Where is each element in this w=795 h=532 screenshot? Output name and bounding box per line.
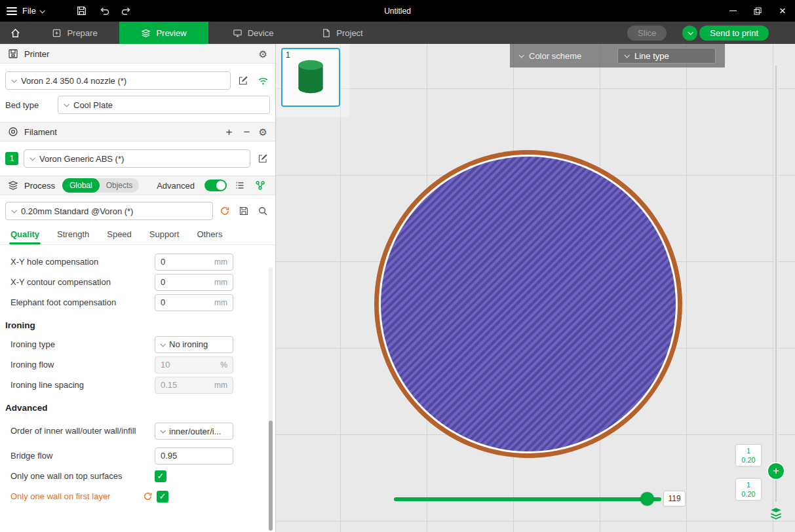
add-filament-button[interactable]: + [223, 126, 235, 138]
restore-button[interactable] [745, 0, 770, 22]
process-tab-quality[interactable]: Quality [10, 229, 39, 244]
search-settings-icon[interactable] [256, 204, 270, 218]
redo-button[interactable] [119, 3, 134, 19]
tab-project[interactable]: Project [298, 22, 387, 44]
layer-slider-track[interactable] [775, 65, 777, 503]
settings-sidebar: Printer ⚙ Voron 2.4 350 0.4 nozzle (*) [0, 44, 276, 532]
setting-label: X-Y hole compensation [10, 257, 155, 267]
value-field[interactable] [161, 277, 210, 287]
process-preset-select[interactable]: 0.20mm Standard @Voron (*) [5, 202, 213, 220]
filament-spool-icon [8, 126, 18, 137]
minimize-button[interactable] [720, 0, 745, 22]
process-tab-others[interactable]: Others [197, 229, 222, 244]
edit-filament-preset-button[interactable] [256, 151, 270, 166]
line-type-value: Line type [634, 51, 669, 61]
home-button[interactable] [0, 22, 30, 44]
sidebar-scrollbar-thumb[interactable] [269, 421, 273, 531]
filament-section-header: Filament + − ⚙ [0, 122, 275, 142]
preview-3d-viewport[interactable]: 1 Color scheme Line type [276, 44, 795, 532]
only-one-wall-top-checkbox[interactable]: ✓ [155, 470, 166, 482]
setting-label: Order of inner wall/outer wall/infill [10, 426, 155, 436]
reset-preset-icon[interactable] [218, 204, 232, 218]
add-custom-gcode-button[interactable]: + [768, 463, 784, 479]
check-icon: ✓ [159, 491, 166, 501]
ironing-type-select[interactable]: No ironing [155, 336, 233, 353]
process-tab-strength[interactable]: Strength [57, 229, 89, 244]
send-to-print-button[interactable]: Send to print [699, 26, 769, 41]
layer-view-mode-button[interactable] [768, 505, 784, 521]
setting-row: Ironing line spacing mm [0, 375, 275, 395]
filament-slot-badge[interactable]: 1 [5, 152, 18, 165]
save-preset-icon[interactable] [237, 204, 251, 218]
file-menu-label: File [22, 6, 36, 16]
edit-printer-preset-button[interactable] [236, 73, 250, 88]
filament-preset-select[interactable]: Voron Generic ABS (*) [24, 149, 250, 168]
setting-row: Bridge flow [0, 446, 275, 466]
tab-device[interactable]: Device [208, 22, 298, 44]
close-button[interactable]: × [770, 0, 795, 22]
elephant-foot-compensation-input[interactable]: mm [155, 294, 233, 311]
reset-to-default-icon[interactable] [142, 491, 153, 503]
sliced-model-top-view[interactable] [374, 150, 682, 458]
tab-project-label: Project [336, 28, 362, 38]
bed-type-value: Cool Plate [73, 100, 113, 110]
slicer-app-window: File Untitled × [0, 0, 795, 532]
wall-order-select[interactable]: inner/outer/i... [155, 423, 233, 440]
scope-objects-option[interactable]: Objects [100, 181, 140, 190]
check-icon: ✓ [157, 471, 165, 481]
value-field[interactable] [161, 257, 210, 267]
xy-hole-compensation-input[interactable]: mm [155, 254, 233, 271]
plus-icon: + [773, 465, 779, 478]
chevron-down-icon [11, 208, 16, 213]
undo-button[interactable] [96, 3, 112, 19]
line-type-dropdown[interactable]: Line type [617, 48, 716, 64]
wall-order-value: inner/outer/i... [169, 427, 222, 436]
chevron-down-icon [11, 77, 16, 83]
setting-label: X-Y contour compensation [10, 277, 155, 287]
tab-prepare[interactable]: Prepare [30, 22, 119, 44]
top-layer-height: 0.20 [736, 455, 761, 465]
layer-slider-bottom-badge[interactable]: 1 0.20 [736, 479, 761, 500]
filament-settings-gear-icon[interactable]: ⚙ [259, 127, 267, 137]
parameter-graph-icon[interactable] [253, 178, 267, 193]
move-slider-track[interactable] [394, 497, 661, 501]
process-tab-support[interactable]: Support [149, 229, 180, 244]
slice-button[interactable]: Slice [627, 26, 667, 41]
bridge-flow-input[interactable] [155, 447, 233, 465]
printer-connection-wifi-icon[interactable] [256, 73, 270, 88]
save-button[interactable] [74, 3, 90, 19]
layer-slider-top-badge[interactable]: 1 0.20 [736, 445, 761, 466]
setting-label: Bridge flow [10, 451, 155, 461]
chevron-down-icon [624, 52, 629, 58]
advanced-mode-toggle[interactable] [204, 180, 227, 191]
remove-filament-button[interactable]: − [241, 126, 253, 138]
unit-label: mm [214, 278, 227, 287]
unit-label: mm [214, 381, 227, 390]
move-slider-value-badge: 119 [664, 491, 685, 506]
setting-list-view-icon[interactable] [233, 178, 247, 193]
project-icon [321, 28, 331, 38]
filament-preset-value: Voron Generic ABS (*) [39, 154, 124, 164]
home-icon [10, 28, 21, 39]
settings-list: X-Y hole compensation mm X-Y contour com… [0, 245, 275, 506]
printer-settings-gear-icon[interactable]: ⚙ [259, 49, 267, 59]
ironing-flow-input: % [155, 356, 233, 373]
tab-preview[interactable]: Preview [119, 22, 208, 44]
send-options-dropdown-button[interactable] [682, 26, 697, 41]
advanced-group-header: Advanced [0, 395, 275, 417]
scope-global-option[interactable]: Global [62, 178, 100, 193]
move-slider-handle[interactable] [640, 492, 654, 506]
value-field[interactable] [161, 451, 227, 461]
title-bar: File Untitled × [0, 0, 795, 22]
object-thumbnail[interactable]: 1 [281, 48, 340, 107]
only-one-wall-first-layer-checkbox[interactable]: ✓ [157, 491, 168, 503]
process-tab-speed[interactable]: Speed [107, 229, 132, 244]
printer-preset-select[interactable]: Voron 2.4 350 0.4 nozzle (*) [5, 71, 231, 90]
value-field[interactable] [161, 297, 210, 307]
chevron-down-icon [688, 29, 693, 35]
bed-type-select[interactable]: Cool Plate [58, 96, 270, 114]
hamburger-menu-icon [7, 7, 17, 15]
file-menu[interactable]: File [0, 6, 50, 16]
xy-contour-compensation-input[interactable]: mm [155, 274, 233, 291]
process-scope-toggle[interactable]: Global Objects [62, 178, 139, 193]
